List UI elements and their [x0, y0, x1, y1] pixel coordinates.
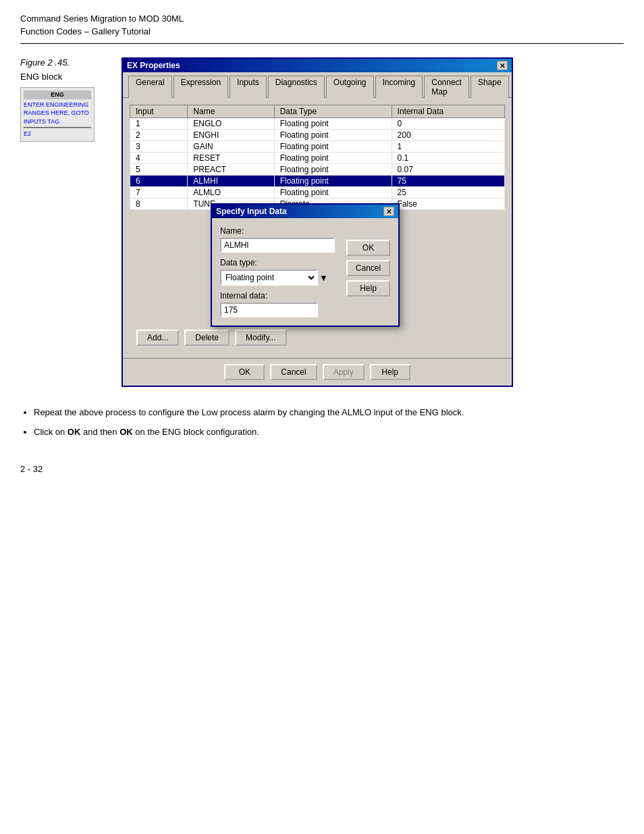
specify-dialog-close-button[interactable]: ✕	[383, 207, 394, 216]
table-row[interactable]: 3 GAIN Floating point 1	[130, 141, 505, 153]
col-internaldata: Internal Data	[392, 105, 504, 118]
cell-datatype: Floating point	[274, 176, 392, 187]
specify-dialog-content: Name: Data type: Floating point Discrete…	[212, 218, 398, 325]
cell-datatype: Floating point	[274, 130, 392, 141]
specify-cancel-button[interactable]: Cancel	[346, 260, 390, 276]
dialog-bottom-buttons: OK Cancel Apply Help	[123, 358, 512, 386]
specify-dialog-titlebar: Specify Input Data ✕	[212, 205, 398, 218]
specify-fields: Name: Data type: Floating point Discrete…	[220, 226, 340, 317]
figure-label: Figure 2 .45.	[20, 57, 108, 68]
name-label: Name:	[220, 226, 340, 236]
bullet-item-2: Click on OK and then OK on the ENG block…	[34, 427, 624, 437]
col-datatype: Data Type	[274, 105, 392, 118]
cell-input: 7	[130, 187, 188, 199]
cell-input: 4	[130, 153, 188, 164]
doc-subtitle: Function Codes – Gallery Tutorial	[20, 26, 624, 36]
table-row[interactable]: 6 ALMHI Floating point 75	[130, 176, 505, 187]
ex-properties-title: EX Properties	[127, 61, 180, 70]
cell-datatype: Floating point	[274, 187, 392, 199]
cell-datatype: Floating point	[274, 118, 392, 130]
page-number: 2 - 32	[20, 464, 624, 474]
cell-internaldata: 25	[392, 187, 504, 199]
ex-properties-tabs: General Expression Inputs Diagnostics Ou…	[123, 72, 512, 98]
specify-dialog-title: Specify Input Data	[216, 207, 287, 216]
tab-diagnostics[interactable]: Diagnostics	[268, 76, 325, 98]
ex-properties-dialog: EX Properties ✕ General Expression Input…	[122, 57, 513, 387]
tab-outgoing[interactable]: Outgoing	[326, 76, 374, 98]
cell-internaldata: 0.1	[392, 153, 504, 164]
internal-data-input[interactable]	[220, 303, 318, 317]
eng-block-label: ENG block	[20, 72, 108, 82]
cancel-button[interactable]: Cancel	[270, 364, 317, 380]
bullet-list: Repeat the above process to configure th…	[20, 407, 624, 437]
modify-button[interactable]: Modify...	[235, 330, 286, 346]
cell-name: PREACT	[188, 164, 274, 176]
ex-properties-titlebar: EX Properties ✕	[123, 59, 512, 72]
tab-connect-map[interactable]: Connect Map	[424, 76, 469, 98]
specify-side-buttons: OK Cancel Help	[346, 226, 390, 296]
data-type-select[interactable]: Floating point Discrete Integer	[220, 269, 318, 286]
tab-incoming[interactable]: Incoming	[375, 76, 423, 98]
action-buttons: Add... Delete Modify...	[130, 327, 505, 351]
eng-block-title: ENG	[24, 90, 91, 99]
cell-name: ENGLO	[188, 118, 274, 130]
eng-line-2: RANGES HERE, GOTO	[24, 109, 91, 118]
specify-ok-button[interactable]: OK	[346, 240, 390, 256]
table-row[interactable]: 4 RESET Floating point 0.1	[130, 153, 505, 164]
ok-button[interactable]: OK	[224, 364, 265, 380]
specify-help-button[interactable]: Help	[346, 280, 390, 296]
cell-input: 8	[130, 199, 188, 210]
cell-datatype: Floating point	[274, 164, 392, 176]
tab-shape[interactable]: Shape	[471, 76, 509, 98]
cell-internaldata: 0.07	[392, 164, 504, 176]
inputs-table: Input Name Data Type Internal Data 1 ENG…	[130, 105, 505, 210]
eng-line-1: ENTER ENGINEERING	[24, 101, 91, 109]
col-input: Input	[130, 105, 188, 118]
tab-general[interactable]: General	[128, 76, 172, 98]
cell-input: 3	[130, 141, 188, 153]
cell-name: RESET	[188, 153, 274, 164]
col-name: Name	[188, 105, 274, 118]
cell-internaldata: 0	[392, 118, 504, 130]
tab-expression[interactable]: Expression	[173, 76, 228, 98]
specify-input-data-dialog: Specify Input Data ✕ Name: Data type: Fl…	[211, 203, 400, 327]
eng-line-3: INPUTS TAG	[24, 118, 91, 126]
table-row[interactable]: 1 ENGLO Floating point 0	[130, 118, 505, 130]
name-input[interactable]	[220, 238, 335, 253]
cell-input: 5	[130, 164, 188, 176]
cell-name: ALMHI	[188, 176, 274, 187]
dialog-content: Input Name Data Type Internal Data 1 ENG…	[123, 98, 512, 358]
cell-internaldata: False	[392, 199, 504, 210]
table-row[interactable]: 5 PREACT Floating point 0.07	[130, 164, 505, 176]
apply-button[interactable]: Apply	[323, 364, 365, 380]
cell-input: 6	[130, 176, 188, 187]
doc-title: Command Series Migration to MOD 30ML	[20, 14, 624, 24]
eng-line-4: E2	[24, 130, 91, 138]
dropdown-arrow-icon: ▼	[319, 273, 328, 283]
cell-input: 2	[130, 130, 188, 141]
cell-input: 1	[130, 118, 188, 130]
cell-name: ENGHI	[188, 130, 274, 141]
cell-datatype: Floating point	[274, 153, 392, 164]
help-button[interactable]: Help	[370, 364, 410, 380]
bullet-item-1: Repeat the above process to configure th…	[34, 407, 624, 417]
cell-datatype: Floating point	[274, 141, 392, 153]
cell-name: GAIN	[188, 141, 274, 153]
add-button[interactable]: Add...	[136, 330, 179, 346]
cell-internaldata: 200	[392, 130, 504, 141]
cell-name: ALMLO	[188, 187, 274, 199]
delete-button[interactable]: Delete	[184, 330, 230, 346]
data-type-label: Data type:	[220, 258, 340, 267]
eng-diagram: ENG ENTER ENGINEERING RANGES HERE, GOTO …	[20, 87, 95, 142]
table-row[interactable]: 7 ALMLO Floating point 25	[130, 187, 505, 199]
tab-inputs[interactable]: Inputs	[230, 76, 267, 98]
ex-properties-close-button[interactable]: ✕	[497, 61, 508, 70]
internal-data-label: Internal data:	[220, 291, 340, 301]
table-row[interactable]: 2 ENGHI Floating point 200	[130, 130, 505, 141]
divider	[20, 43, 624, 44]
cell-internaldata: 1	[392, 141, 504, 153]
cell-internaldata: 75	[392, 176, 504, 187]
